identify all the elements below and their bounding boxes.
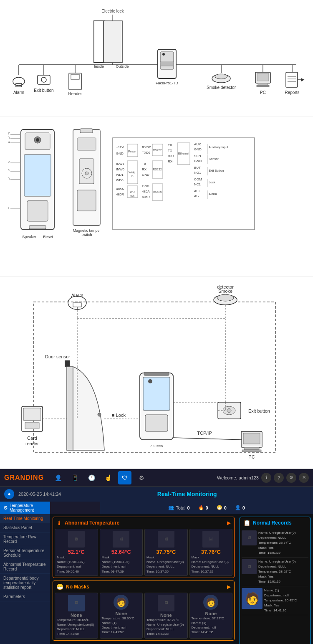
total-value: 0 <box>187 505 189 510</box>
nav-clock-icon[interactable]: 🕐 <box>85 471 98 484</box>
sidebar-item-dept-stats[interactable]: Departmental body temperature daily stat… <box>0 574 50 592</box>
svg-text:485R: 485R <box>142 195 150 199</box>
svg-text:RX-: RX- <box>168 160 174 163</box>
svg-text:BUT: BUT <box>194 166 201 170</box>
nav-close-icon[interactable]: ✕ <box>299 473 309 483</box>
sidebar-header: ⚙ Temperature Management <box>0 502 50 514</box>
svg-text:INW1: INW1 <box>116 162 125 166</box>
svg-text:RX+: RX+ <box>168 154 174 158</box>
sidebar-item-personal[interactable]: Personal Temperature Schedule <box>0 546 50 560</box>
normal-panel: 📋 Normal Records 🖼 Name: UnregisterUser(… <box>240 517 310 644</box>
card-img-1: 🖼 <box>68 531 85 548</box>
nomask-card-3: 🖼 None Temperature: 37.27°C Name: Unregi… <box>144 593 188 639</box>
svg-point-13 <box>41 77 46 82</box>
nomask-card-4: 🧑 None Temperature: 37.27°C Name: (1) De… <box>189 593 233 639</box>
svg-text:NO1: NO1 <box>194 171 201 175</box>
svg-text:Reports: Reports <box>285 90 299 95</box>
svg-text:in: in <box>131 175 134 177</box>
nav-help-icon[interactable]: ? <box>274 473 284 483</box>
nav-phone-icon[interactable]: 📱 <box>68 471 81 484</box>
svg-text:Magnetic tamper: Magnetic tamper <box>73 228 101 233</box>
svg-text:Inside: Inside <box>94 64 104 68</box>
none-text-1: None <box>57 613 96 618</box>
svg-text:Electric lock: Electric lock <box>101 9 124 13</box>
svg-text:TCP/IP: TCP/IP <box>197 431 212 436</box>
svg-point-160 <box>227 408 231 413</box>
section2-device-diagram: Temperature detector Flash Camera Microp… <box>0 117 313 277</box>
nomask-avatar-2: 🧑 <box>114 595 129 610</box>
card-img-3: 🖼 <box>158 531 174 548</box>
svg-text:AUX: AUX <box>194 142 201 146</box>
svg-text:SEN: SEN <box>194 154 201 158</box>
sub-header: ● 2020-05-25 14:41:24 Real-Time Monitori… <box>0 487 313 502</box>
stat-total: 👥 Total 0 <box>168 505 189 510</box>
card-detail-2: Mask Name: (19961107) Department: null T… <box>102 555 141 574</box>
svg-rect-145 <box>25 422 39 429</box>
svg-text:Microphone: Microphone <box>8 160 10 164</box>
svg-text:Sensor: Sensor <box>209 157 219 161</box>
sidebar-item-realtime[interactable]: Real-Time Monitoring <box>0 514 50 523</box>
nomask-title: No Masks <box>66 584 89 590</box>
svg-text:Fingerprint sensor: Fingerprint sensor <box>8 205 10 210</box>
nav-logo: GRANDING <box>4 474 44 482</box>
datetime-display: 2020-05-25 14:41:24 <box>18 492 61 497</box>
svg-text:Card: Card <box>27 436 37 441</box>
rec-info-3: Name: (1) Department: null Temperature: … <box>264 588 297 613</box>
sidebar-item-parameters[interactable]: Parameters <box>0 592 50 601</box>
svg-text:COM: COM <box>194 177 202 181</box>
normal-title-icon: 📋 <box>243 520 250 526</box>
temp-val-3: 37.75°C <box>146 549 186 555</box>
top-nav: GRANDING 👤 📱 🕐 ☝ 🛡 ⚙ Welcome, admin123 ℹ… <box>0 469 313 487</box>
nomask-img-1: 🖼 <box>68 595 85 611</box>
nomask-detail-4: Temperature: 37.27°C Name: (1) Departmen… <box>192 616 231 635</box>
svg-point-9 <box>13 77 25 86</box>
card-img-4: 🖼 <box>202 531 219 548</box>
nomask-card-grid: 🖼 None Temperature: 38.65°C Name: Unregi… <box>55 593 232 639</box>
svg-text:GND: GND <box>116 152 124 155</box>
temp-val-2: 52.64°C <box>102 549 141 555</box>
svg-rect-21 <box>103 21 122 63</box>
nav-settings-icon[interactable]: ⚙ <box>286 473 296 483</box>
svg-text:GND: GND <box>142 184 149 188</box>
card-detail-3: Mask Name: UnregisterUser(0) Department:… <box>146 555 186 574</box>
nav-person-icon[interactable]: 👤 <box>51 471 65 484</box>
abnormal-more-icon[interactable]: ▶ <box>227 520 231 526</box>
nav-shield-icon[interactable]: 🛡 <box>118 471 131 484</box>
sidebar: ⚙ Temperature Management Real-Time Monit… <box>0 502 50 644</box>
nav-right: Welcome, admin123 ℹ ? ⚙ ✕ <box>217 473 309 483</box>
sidebar-item-raw-record[interactable]: Temperature Raw Record <box>0 532 50 546</box>
nav-info-icon[interactable]: ℹ <box>261 473 271 483</box>
svg-text:Camera: Camera <box>8 139 10 144</box>
svg-rect-165 <box>242 450 261 452</box>
normal-title-bar: 📋 Normal Records <box>242 519 308 527</box>
svg-text:Flash: Flash <box>8 135 10 139</box>
nav-fingerprint-icon[interactable]: ☝ <box>101 471 115 484</box>
svg-rect-33 <box>257 74 269 81</box>
svg-rect-27 <box>160 62 174 66</box>
svg-text:Door sensor: Door sensor <box>45 354 70 359</box>
abnormal-card-4: 🖼 37.76°C Mask Name: UnregisterUser(0) D… <box>189 529 233 576</box>
svg-text:485A: 485A <box>116 187 124 191</box>
normal-record-2: 🖼 Name: UnregisterUser(0) Department: NU… <box>242 558 308 586</box>
rec-img-2: 🖼 <box>242 559 257 574</box>
nomask-section: 😷 No Masks ▶ 🖼 None Temperature: 38.65°C <box>53 581 235 641</box>
normal-record-3: 🧑 Name: (1) Department: null Temperature… <box>242 586 308 615</box>
nomask-detail-2: Temperature: 38.65°C Name: (1) Departmen… <box>102 616 141 635</box>
svg-text:Exit Button: Exit Button <box>209 169 224 172</box>
svg-text:GND: GND <box>142 173 149 177</box>
nav-gear-icon[interactable]: ⚙ <box>135 471 148 484</box>
svg-text:Auxiliary input: Auxiliary input <box>209 145 229 149</box>
panels-area: 🌡 Abnormal Temperature ▶ 🖼 52.1°C Mask <box>50 514 313 644</box>
sidebar-item-statistics[interactable]: Statistics Panel <box>0 523 50 532</box>
sidebar-item-abnormal[interactable]: Abnormal Temperature Record <box>0 560 50 574</box>
svg-text:Reset: Reset <box>43 235 53 239</box>
system-diagram-svg: Alarm Exit button Reader Electric lock I… <box>0 0 313 109</box>
svg-text:WD: WD <box>130 190 135 193</box>
temp-val-4: 37.76°C <box>192 549 231 555</box>
nomask-more-icon[interactable]: ▶ <box>227 584 231 590</box>
svg-text:Exit button: Exit button <box>248 408 270 413</box>
total-label: Total <box>176 505 185 510</box>
svg-text:TXD2: TXD2 <box>142 151 151 155</box>
svg-rect-20 <box>94 21 104 63</box>
fire-value: 0 <box>206 505 208 510</box>
